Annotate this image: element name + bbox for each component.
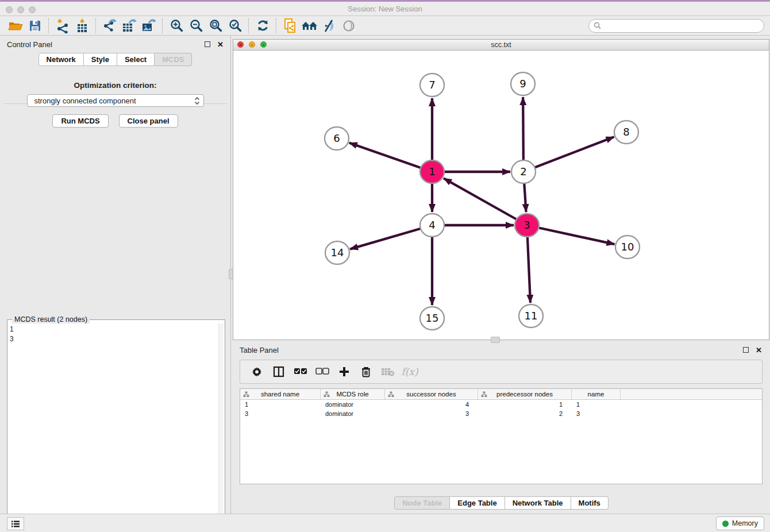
- open-cybrowser-button[interactable]: [300, 18, 319, 34]
- tab-node-table[interactable]: Node Table: [394, 496, 450, 510]
- export-network-icon: [102, 18, 117, 33]
- delete-column-button[interactable]: [355, 363, 377, 380]
- import-table-button[interactable]: [72, 18, 92, 34]
- task-history-button[interactable]: [7, 517, 24, 530]
- table-settings-button[interactable]: [246, 363, 268, 380]
- show-column-button[interactable]: [268, 363, 290, 380]
- optimization-criterion-select[interactable]: strongly connected component: [27, 94, 204, 107]
- edge-1-6[interactable]: [349, 143, 432, 172]
- table-cell[interactable]: 4: [385, 401, 478, 408]
- column-header-label: successor nodes: [406, 391, 456, 398]
- edge-3-1[interactable]: [444, 178, 527, 225]
- delete-table-button[interactable]: [377, 363, 399, 380]
- import-network-button[interactable]: [53, 18, 72, 34]
- tab-edge-table[interactable]: Edge Table: [450, 496, 505, 510]
- graph-node-label-4: 4: [429, 219, 435, 231]
- memory-label: Memory: [732, 519, 758, 527]
- zoom-fit-button[interactable]: [206, 18, 225, 34]
- apply-layout-button[interactable]: [253, 18, 272, 34]
- edge-4-14[interactable]: [350, 225, 432, 249]
- run-mcds-button[interactable]: Run MCDS: [52, 114, 108, 128]
- clone-network-button[interactable]: [280, 18, 300, 34]
- export-image-button[interactable]: [139, 18, 159, 34]
- export-table-button[interactable]: [120, 18, 139, 34]
- zoom-selected-button[interactable]: [225, 18, 245, 34]
- memory-button[interactable]: Memory: [716, 516, 764, 530]
- save-session-button[interactable]: [25, 18, 45, 34]
- tab-style[interactable]: Style: [84, 53, 117, 66]
- table-row[interactable]: 1dominator411: [240, 400, 762, 409]
- homes-icon: [301, 19, 318, 33]
- import-network-icon: [55, 18, 70, 33]
- control-panel-tabs: Network Style Select MCDS: [0, 53, 230, 66]
- zoom-in-icon: [170, 18, 184, 33]
- status-bar: Memory: [0, 514, 770, 532]
- graph-node-label-14: 14: [331, 246, 344, 259]
- function-builder-button[interactable]: f(x): [399, 363, 421, 380]
- node-table: shared nameMCDS rolesuccessor nodesprede…: [240, 388, 763, 484]
- close-panel-icon[interactable]: ✕: [217, 41, 224, 48]
- table-cell[interactable]: 3: [572, 410, 621, 417]
- mcds-result-text[interactable]: 1 3: [10, 325, 218, 531]
- table-row[interactable]: 3dominator323: [240, 409, 762, 418]
- graph-node-label-9: 9: [519, 78, 526, 90]
- eye-icon: [341, 19, 356, 33]
- toolbar-separator: [48, 18, 49, 33]
- edge-3-10[interactable]: [527, 225, 615, 244]
- mcds-result-box: MCDS result (2 nodes) 1 3: [7, 319, 225, 532]
- toolbar-separator: [276, 18, 277, 33]
- tab-motifs[interactable]: Motifs: [571, 496, 609, 510]
- table-panel: Table Panel ✕: [233, 341, 770, 514]
- column-header-predecessor-nodes[interactable]: predecessor nodes: [478, 389, 572, 399]
- table-cell[interactable]: 2: [478, 410, 572, 417]
- table-toolbar: f(x): [240, 360, 763, 384]
- toggle-graphics-details-button[interactable]: [319, 18, 339, 34]
- tab-network[interactable]: Network: [38, 53, 84, 66]
- tab-select[interactable]: Select: [117, 53, 155, 66]
- column-header-label: MCDS role: [336, 391, 368, 398]
- hide-details-icon: [322, 19, 337, 33]
- export-image-icon: [141, 18, 157, 33]
- column-header-shared-name[interactable]: shared name: [240, 389, 321, 399]
- optimization-criterion-label: Optimization criterion:: [0, 81, 230, 90]
- zoom-in-button[interactable]: [167, 18, 186, 34]
- create-column-button[interactable]: [333, 363, 355, 380]
- columns-icon: [273, 366, 284, 377]
- graph-node-label-10: 10: [621, 241, 634, 253]
- table-panel-title: Table Panel: [240, 346, 279, 354]
- mcds-result-title: MCDS result (2 nodes): [12, 315, 90, 323]
- unselect-all-columns-button[interactable]: [311, 363, 333, 380]
- column-header-name[interactable]: name: [572, 389, 621, 399]
- column-header-successor-nodes[interactable]: successor nodes: [385, 389, 478, 399]
- column-header-MCDS-role[interactable]: MCDS role: [321, 389, 385, 399]
- table-cell[interactable]: 1: [240, 401, 321, 408]
- float-table-panel-icon[interactable]: [743, 347, 749, 353]
- close-panel-button[interactable]: Close panel: [119, 114, 178, 128]
- open-session-button[interactable]: [6, 18, 25, 34]
- main-toolbar: [0, 16, 770, 36]
- table-cell[interactable]: 3: [240, 410, 321, 417]
- search-box: [588, 19, 764, 33]
- edge-2-8[interactable]: [523, 137, 614, 172]
- trash-icon: [361, 366, 371, 377]
- network-view-title: scc.txt: [233, 41, 769, 49]
- network-canvas[interactable]: 7968124314101511: [233, 51, 769, 340]
- search-input[interactable]: [603, 21, 759, 30]
- table-body: 1dominator4113dominator323: [240, 400, 762, 418]
- tab-network-table[interactable]: Network Table: [505, 496, 571, 510]
- table-cell[interactable]: 1: [478, 401, 572, 408]
- zoom-out-button[interactable]: [186, 18, 206, 34]
- result-scrollbar[interactable]: [218, 323, 224, 532]
- float-panel-icon[interactable]: [205, 41, 210, 47]
- table-cell[interactable]: 1: [572, 401, 621, 408]
- table-cell[interactable]: dominator: [321, 401, 385, 408]
- select-all-columns-button[interactable]: [290, 363, 311, 380]
- tab-mcds[interactable]: MCDS: [155, 53, 192, 66]
- table-cell[interactable]: dominator: [321, 410, 385, 417]
- table-cell[interactable]: 3: [385, 410, 478, 417]
- export-table-icon: [121, 18, 137, 33]
- export-network-button[interactable]: [100, 18, 120, 34]
- close-table-panel-icon[interactable]: ✕: [756, 346, 762, 354]
- eye-button[interactable]: [339, 18, 359, 34]
- refresh-icon: [256, 18, 270, 33]
